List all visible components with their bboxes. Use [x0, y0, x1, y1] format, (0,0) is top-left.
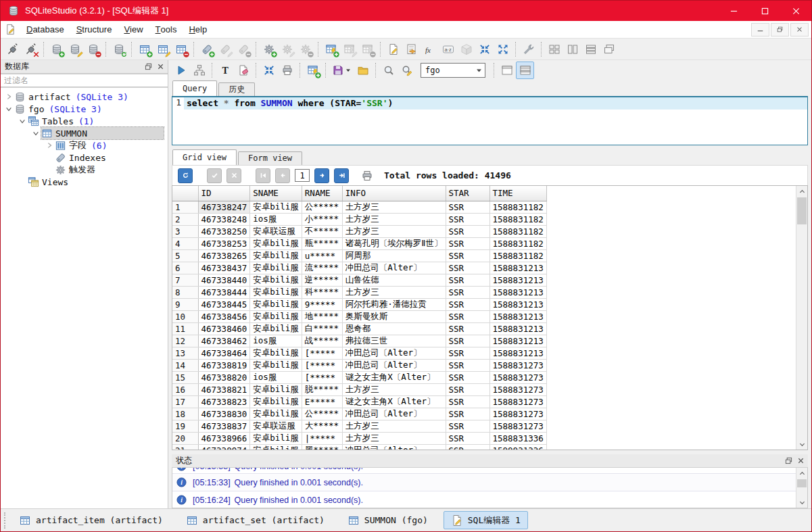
- scroll-up-icon[interactable]: [796, 186, 807, 197]
- grid-cell[interactable]: 弗拉德三世: [342, 335, 446, 347]
- row-number[interactable]: 19: [172, 420, 198, 432]
- row-number[interactable]: 10: [172, 310, 198, 322]
- new-trigger-icon[interactable]: [260, 41, 278, 58]
- grid-cell[interactable]: 安卓bili服: [250, 262, 302, 274]
- grid-cell[interactable]: 谜之女主角X〔Alter〕: [342, 395, 446, 408]
- mdi-minimize-button[interactable]: [751, 23, 769, 37]
- grid-cell[interactable]: ios服: [250, 213, 302, 225]
- grid-cell[interactable]: 467338820: [198, 371, 250, 383]
- save-sql-icon[interactable]: [329, 62, 354, 79]
- grid-cell[interactable]: 1588831273: [489, 359, 546, 371]
- grid-cell[interactable]: 1588831213: [489, 262, 546, 274]
- grid-cell[interactable]: 安卓bili服: [250, 237, 302, 249]
- collapse-arrows-icon[interactable]: [260, 62, 278, 79]
- row-number[interactable]: 17: [172, 395, 198, 408]
- row-number[interactable]: 14: [172, 359, 198, 371]
- grid-cell[interactable]: [*****: [302, 359, 342, 371]
- grid-cell[interactable]: 467338974: [198, 444, 250, 450]
- mdi-cascade-icon[interactable]: [600, 41, 618, 58]
- grid-cell[interactable]: u*****: [302, 249, 342, 262]
- tree-item-indexes[interactable]: Indexes: [1, 151, 168, 164]
- grid-cell[interactable]: 1588831182: [489, 201, 546, 213]
- grid-cell[interactable]: E*****: [302, 395, 342, 408]
- grid-cell[interactable]: 1588831182: [489, 213, 546, 225]
- database-combo[interactable]: fgo: [421, 63, 485, 78]
- grid-cell[interactable]: 恩奇都: [342, 322, 446, 335]
- dock-close-icon[interactable]: [796, 456, 805, 466]
- connect-database-icon[interactable]: [3, 41, 22, 58]
- page-input[interactable]: [295, 169, 310, 182]
- edit-table-icon[interactable]: [153, 41, 172, 58]
- grid-cell[interactable]: [*****: [302, 347, 342, 359]
- grid-cell[interactable]: SSR: [446, 310, 489, 322]
- tree-item-artifact[interactable]: artifact(SQLite 3): [1, 91, 168, 103]
- taskbar-button-summon[interactable]: SUMMON (fgo): [340, 511, 435, 529]
- remove-database-icon[interactable]: [84, 41, 102, 58]
- grid-cell[interactable]: 安卓bili服: [250, 310, 302, 322]
- grid-cell[interactable]: 奥斯曼狄斯: [342, 310, 446, 322]
- tree-item-fgo[interactable]: fgo(SQLite 3): [1, 103, 168, 115]
- grid-cell[interactable]: 地*****: [302, 310, 342, 322]
- grid-cell[interactable]: 土方岁三: [342, 420, 446, 432]
- grid-cell[interactable]: 1588831213: [489, 322, 546, 335]
- grid-cell[interactable]: 战*****: [302, 335, 342, 347]
- taskbar-button-artifact_item[interactable]: artifact_item (artifact): [11, 511, 170, 529]
- row-number[interactable]: 11: [172, 322, 198, 335]
- sql-code-editor[interactable]: 1 select * from SUMMON where (STAR='SSR'…: [172, 96, 808, 145]
- grid-cell[interactable]: 安卓联运服: [250, 225, 302, 237]
- row-number[interactable]: 3: [172, 225, 198, 237]
- taskbar-button-artifact_set[interactable]: artifact_set (artifact): [178, 511, 332, 529]
- grid-cell[interactable]: SSR: [446, 347, 489, 359]
- grid-cell[interactable]: 公*****: [302, 201, 342, 213]
- open-sql-editor-icon[interactable]: [384, 41, 402, 58]
- grid-cell[interactable]: 安卓bili服: [250, 359, 302, 371]
- grid-cell[interactable]: 安卓bili服: [250, 274, 302, 286]
- tab-query[interactable]: Query: [172, 80, 217, 96]
- maximize-button[interactable]: [749, 1, 780, 21]
- grid-cell[interactable]: 1588831182: [489, 249, 546, 262]
- mdi-tile-vertical-icon[interactable]: [563, 41, 581, 58]
- add-database-icon[interactable]: [47, 41, 66, 58]
- grid-cell[interactable]: 1588831182: [489, 237, 546, 249]
- grid-cell[interactable]: 467338445: [198, 298, 250, 310]
- grid-cell[interactable]: 467338248: [198, 213, 250, 225]
- grid-cell[interactable]: 白*****: [302, 322, 342, 335]
- grid-cell[interactable]: SSR: [446, 237, 489, 249]
- row-number[interactable]: 9: [172, 298, 198, 310]
- grid-cell[interactable]: 467338830: [198, 408, 250, 420]
- explain-query-plan-icon[interactable]: [190, 62, 208, 79]
- grid-cell[interactable]: SSR: [446, 335, 489, 347]
- grid-cell[interactable]: SSR: [446, 371, 489, 383]
- grid-scroll-thumb[interactable]: [797, 197, 807, 224]
- grid-cell[interactable]: 安卓bili服: [250, 383, 302, 395]
- grid-cell[interactable]: 冲田总司〔Alter〕: [342, 347, 446, 359]
- grid-cell[interactable]: SSR: [446, 395, 489, 408]
- new-index-icon[interactable]: [197, 41, 216, 58]
- grid-cell[interactable]: SSR: [446, 225, 489, 237]
- row-number[interactable]: 8: [172, 286, 198, 298]
- print-results-icon[interactable]: [361, 170, 373, 182]
- last-page-icon[interactable]: [334, 168, 349, 183]
- refresh-results-icon[interactable]: [178, 168, 193, 183]
- scroll-down-icon[interactable]: [796, 439, 807, 450]
- grid-cell[interactable]: 谜之女主角X〔Alter〕: [342, 371, 446, 383]
- grid-cell[interactable]: 山鲁佐德: [342, 274, 446, 286]
- grid-cell[interactable]: 1588831273: [489, 420, 546, 432]
- grid-cell[interactable]: SSR: [446, 420, 489, 432]
- dock-float-icon[interactable]: [784, 456, 793, 466]
- grid-cell[interactable]: 土方岁三: [342, 383, 446, 395]
- grid-cell[interactable]: 467338444: [198, 286, 250, 298]
- row-number[interactable]: 18: [172, 408, 198, 420]
- create-view-from-query-icon[interactable]: [304, 62, 322, 79]
- grid-cell[interactable]: 阿尔托莉雅·潘德拉贡: [342, 298, 446, 310]
- grid-cell[interactable]: 467338265: [198, 249, 250, 262]
- new-table-icon[interactable]: [135, 41, 153, 58]
- grid-cell[interactable]: 467338837: [198, 420, 250, 432]
- grid-cell[interactable]: SSR: [446, 298, 489, 310]
- grid-cell[interactable]: 土方岁三: [342, 225, 446, 237]
- disconnect-database-icon[interactable]: [22, 41, 40, 58]
- execute-query-icon[interactable]: [172, 62, 190, 79]
- chevron-right-icon[interactable]: [44, 140, 55, 151]
- column-header-sname[interactable]: SNAME: [250, 186, 302, 201]
- column-header-info[interactable]: INFO: [342, 186, 446, 201]
